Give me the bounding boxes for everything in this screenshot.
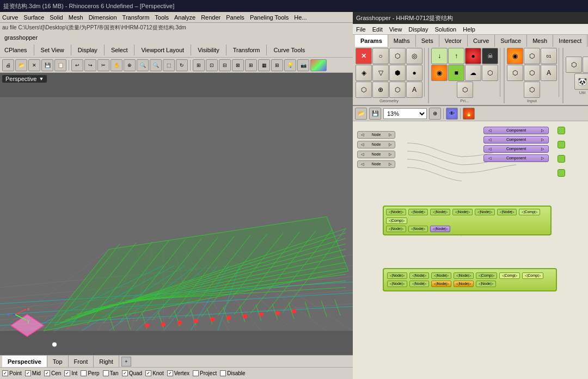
tb-btn-colors[interactable] <box>310 59 327 71</box>
tb-btn-end[interactable]: ⊞ <box>271 59 283 71</box>
gh-tab-sets[interactable]: Sets <box>416 35 439 47</box>
tb-btn-gumball[interactable]: ⊞ <box>245 59 257 71</box>
gh-icon-hex8[interactable]: ⬡ <box>507 65 523 81</box>
tb-btn-zoom-in[interactable]: 🔍 <box>137 59 149 71</box>
gh-icon-hex3[interactable]: ⬡ <box>356 82 372 98</box>
gh-btn-zoom-extent[interactable]: ⊕ <box>429 108 441 120</box>
gh-tab-mesh[interactable]: Mesh <box>527 35 553 47</box>
gh-green-panel-2[interactable]: ◁Node▷ ◁Node▷ ◁Node▷ ◁Node▷ ◁Comp▷ ◁Comp… <box>383 268 557 291</box>
tab-front[interactable]: Front <box>69 356 94 368</box>
menu-dimension[interactable]: Dimension <box>89 14 117 21</box>
tb-btn-open[interactable]: 📂 <box>15 59 27 71</box>
viewport-dropdown[interactable]: ▼ <box>39 76 44 82</box>
menu-analyze[interactable]: Analyze <box>174 14 195 21</box>
snap-vertex[interactable]: Vertex <box>167 370 189 376</box>
gh-icon-hex9[interactable]: ⬡ <box>524 65 540 81</box>
toolbar-visibility[interactable]: Visibility <box>195 47 222 53</box>
gh-panel-node-2[interactable]: ◁Node▷ <box>408 209 428 215</box>
gh-tab-maths[interactable]: Maths <box>388 35 416 47</box>
gh-panel-node-4[interactable]: ◁Node▷ <box>452 209 473 215</box>
toolbar-curve-tools[interactable]: Curve Tools <box>271 47 307 53</box>
tb-btn-record[interactable]: ⊠ <box>232 59 244 71</box>
tb-btn-pan[interactable]: ✋ <box>111 59 122 71</box>
grasshopper-tab[interactable]: grasshopper <box>0 33 353 42</box>
snap-int[interactable]: Int <box>64 370 77 376</box>
gh-menu-file[interactable]: File <box>356 26 366 33</box>
gh-panel-node-8[interactable]: ◁Comp▷ <box>386 218 407 224</box>
gh-panel2-node-2[interactable]: ◁Node▷ <box>409 272 430 279</box>
tb-btn-save[interactable]: 💾 <box>41 59 53 71</box>
gh-icon-hex1[interactable]: ⬡ <box>389 48 406 64</box>
tb-btn-cut[interactable]: ✂ <box>97 59 109 71</box>
snap-tan[interactable]: Tan <box>103 370 119 376</box>
gh-tab-intersect[interactable]: Intersect <box>553 35 587 47</box>
gh-output-2[interactable] <box>558 141 565 148</box>
gh-icon-01[interactable]: 01 <box>541 48 557 64</box>
snap-project-cb[interactable] <box>193 370 199 376</box>
snap-cen[interactable]: Cen <box>44 370 61 376</box>
gh-green-panel-1[interactable]: ◁Node▷ ◁Node▷ ◁Node▷ ◁Node▷ ◁Node▷ ◁Node… <box>383 206 552 235</box>
tb-btn-close[interactable]: ✕ <box>28 59 40 71</box>
tb-btn-grid[interactable]: ⊞ <box>193 59 205 71</box>
snap-disable[interactable]: Disable <box>220 370 245 376</box>
tb-btn-saveas[interactable]: 📋 <box>54 59 66 71</box>
gh-panel2-node-3[interactable]: ◁Node▷ <box>431 272 451 279</box>
snap-mid-cb[interactable] <box>25 370 31 376</box>
snap-cen-cb[interactable] <box>44 370 50 376</box>
tb-btn-tabcap[interactable]: ▦ <box>258 59 270 71</box>
gh-btn-fire[interactable]: 🔥 <box>463 108 475 120</box>
tab-top[interactable]: Top <box>47 356 69 368</box>
menu-mesh[interactable]: Mesh <box>69 14 83 21</box>
gh-icon-triangle[interactable]: ▽ <box>372 65 389 81</box>
gh-icon-hex10[interactable]: ⬡ <box>524 82 540 98</box>
menu-solid[interactable]: Solid <box>50 14 63 21</box>
tb-btn-zoom-win[interactable]: ⬚ <box>163 59 175 71</box>
gh-icon-util1[interactable]: ⬡ <box>566 57 582 73</box>
snap-quad-cb[interactable] <box>122 370 128 376</box>
gh-menu-solution[interactable]: Solution <box>434 26 456 33</box>
snap-int-cb[interactable] <box>64 370 70 376</box>
gh-icon-red-ball[interactable]: ● <box>465 48 481 64</box>
gh-icon-plus[interactable]: ⊕ <box>372 82 389 98</box>
gh-icon-cloud[interactable]: ☁ <box>465 65 481 81</box>
gh-icon-skull[interactable]: ☠ <box>482 48 498 64</box>
toolbar-display[interactable]: Display <box>76 47 100 53</box>
gh-icon-util2[interactable]: ⬡ <box>583 57 588 73</box>
gh-tab-surface[interactable]: Surface <box>495 35 527 47</box>
gh-panel-node-7[interactable]: ◁Comp▷ <box>519 209 540 215</box>
gh-icon-hex7[interactable]: ⬡ <box>524 48 540 64</box>
gh-node-purple-2[interactable]: ◁Component▷ <box>483 136 549 144</box>
snap-knot[interactable]: Knot <box>145 370 164 376</box>
gh-panel-purple-1[interactable]: ◁Node▷ <box>430 226 450 232</box>
gh-icon-hex5[interactable]: ⬡ <box>482 65 498 81</box>
gh-node-gray-4[interactable]: ◁Node▷ <box>357 160 395 168</box>
snap-knot-cb[interactable] <box>145 370 151 376</box>
menu-panels[interactable]: Panels <box>226 14 244 21</box>
snap-point[interactable]: Point <box>2 370 22 376</box>
snap-tan-cb[interactable] <box>103 370 109 376</box>
gh-zoom-select[interactable]: 13% 25% 50% 100% <box>383 108 427 119</box>
tab-perspective[interactable]: Perspective <box>2 356 47 368</box>
gh-panel-node-3[interactable]: ◁Node▷ <box>430 209 450 215</box>
tb-btn-zoom-extent[interactable]: ⊕ <box>124 59 136 71</box>
gh-tab-params[interactable]: Params <box>355 35 388 47</box>
gh-icon-dot[interactable]: ● <box>406 65 422 81</box>
gh-output-3[interactable] <box>558 155 565 163</box>
gh-panel2-node-10[interactable]: ◁Node▷ <box>476 281 496 287</box>
gh-btn-save[interactable]: 💾 <box>369 108 381 120</box>
gh-icon-hex6[interactable]: ⬡ <box>457 82 473 98</box>
gh-panel2-node-7[interactable]: ◁Comp▷ <box>522 272 543 279</box>
gh-icon-target[interactable]: ◎ <box>406 48 422 64</box>
gh-node-purple-1[interactable]: ◁Component▷ <box>483 127 549 134</box>
snap-perp-cb[interactable] <box>81 370 87 376</box>
gh-canvas[interactable]: ◁Node▷ ◁Node▷ ◁Node▷ ◁Node▷ ◁Component▷ … <box>353 121 588 379</box>
toolbar-viewport-layout[interactable]: Viewport Layout <box>139 47 186 53</box>
tb-btn-undo[interactable]: ↩ <box>71 59 83 71</box>
tab-add-icon[interactable]: + <box>121 357 131 366</box>
toolbar-transform[interactable]: Transform <box>231 47 262 53</box>
snap-quad[interactable]: Quad <box>122 370 142 376</box>
gh-node-purple-4[interactable]: ◁Component▷ <box>483 154 549 162</box>
gh-panel2-node-6[interactable]: ◁Comp▷ <box>499 272 520 279</box>
gh-icon-orange[interactable]: ◉ <box>431 65 448 81</box>
gh-icon-panda[interactable]: 🐼 <box>574 73 589 90</box>
